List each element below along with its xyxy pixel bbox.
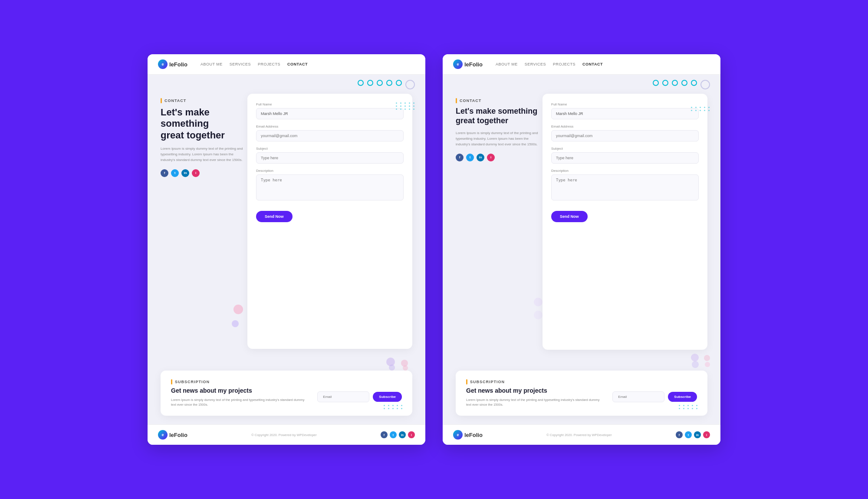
left-nav: e leFolio ABOUT ME SERVICES PROJECTS CON… [148, 54, 425, 75]
sd [392, 408, 394, 409]
right-section-desc: Lorem Ipsum is simply dummy text of the … [456, 131, 542, 147]
rdp [704, 107, 705, 108]
left-subscribe-button[interactable]: Subscribe [373, 392, 402, 402]
right-footer-logo[interactable]: e leFolio [453, 430, 483, 440]
left-subject-input[interactable] [256, 152, 404, 164]
rsd [683, 408, 684, 409]
left-nav-links: ABOUT ME SERVICES PROJECTS CONTACT [201, 62, 308, 66]
left-twitter-icon[interactable]: t [171, 169, 179, 177]
left-nav-services[interactable]: SERVICES [230, 62, 251, 66]
left-sub-label: SUBSCRIPTION [171, 379, 402, 384]
right-footer-tw[interactable]: t [685, 431, 692, 438]
right-sub-right: Subscribe [612, 391, 697, 402]
left-section-desc: Lorem Ipsum is simply dummy text of the … [161, 146, 247, 163]
dp-dot [404, 105, 406, 107]
right-email-subscribe-input[interactable] [612, 391, 664, 402]
rsd [692, 405, 693, 406]
right-dot-large [700, 80, 710, 89]
right-blob-3 [692, 361, 699, 368]
left-sub-label-text: SUBSCRIPTION [175, 380, 210, 384]
left-footer-li[interactable]: in [399, 431, 406, 438]
rdp [700, 110, 701, 111]
left-email-input[interactable] [256, 130, 404, 141]
left-dot-5 [396, 80, 402, 86]
dp-dot [409, 105, 410, 107]
rsd [683, 405, 684, 406]
right-logo-text: leFolio [464, 61, 483, 68]
right-nav-projects[interactable]: PROJECTS [553, 62, 575, 66]
dp-dot [396, 102, 397, 104]
rsd [692, 408, 693, 409]
left-nav-contact[interactable]: CONTACT [287, 62, 308, 66]
right-dots-row [443, 75, 720, 89]
right-footer-ig[interactable]: i [703, 431, 710, 438]
left-footer-socials: f t in i [381, 431, 415, 438]
left-description-label: Description [256, 169, 404, 173]
right-email-label: Email Address [551, 125, 699, 128]
right-subject-input[interactable] [551, 152, 699, 164]
left-dot-4 [386, 80, 392, 86]
left-sub-left: Get news about my projects Lorem Ipsum i… [171, 387, 309, 407]
right-dot-1 [653, 80, 659, 86]
right-email-input[interactable] [551, 130, 699, 141]
right-nav-aboutme[interactable]: ABOUT ME [496, 62, 518, 66]
left-description-textarea[interactable] [256, 174, 404, 200]
left-section-label: CONTACT [161, 98, 247, 103]
right-label-bar [456, 98, 457, 103]
left-dot-large [405, 80, 415, 89]
left-linkedin-icon[interactable]: in [181, 169, 189, 177]
left-description-group: Description [256, 169, 404, 202]
right-send-button[interactable]: Send Now [551, 211, 588, 222]
left-dots-pattern [396, 102, 416, 110]
sd [397, 408, 398, 409]
left-dot-2 [367, 80, 373, 86]
right-footer-li[interactable]: in [694, 431, 701, 438]
left-subject-label: Subject [256, 147, 404, 151]
left-email-group: Email Address [256, 125, 404, 141]
right-sub-heading: Get news about my projects [466, 387, 604, 394]
right-nav-contact[interactable]: CONTACT [582, 62, 603, 66]
left-fullname-input[interactable] [256, 108, 404, 119]
dp-dot [396, 108, 397, 110]
left-sub-heading: Get news about my projects [171, 387, 309, 394]
left-sub-label-bar [171, 379, 172, 384]
left-email-subscribe-input[interactable] [317, 391, 369, 402]
right-nav: e leFolio ABOUT ME SERVICES PROJECTS CON… [443, 54, 720, 75]
left-footer-logo[interactable]: e leFolio [158, 430, 187, 440]
left-facebook-icon[interactable]: f [161, 169, 168, 177]
left-send-button[interactable]: Send Now [256, 211, 293, 222]
right-subscribe-button[interactable]: Subscribe [668, 392, 697, 402]
right-footer-fb[interactable]: f [676, 431, 683, 438]
right-fullname-group: Full Name [551, 102, 699, 119]
right-nav-services[interactable]: SERVICES [525, 62, 546, 66]
left-nav-aboutme[interactable]: ABOUT ME [201, 62, 223, 66]
rdp [695, 110, 697, 111]
left-label-bar [161, 98, 162, 103]
right-sub-dots [679, 405, 699, 409]
left-footer-ig[interactable]: i [408, 431, 415, 438]
right-description-textarea[interactable] [551, 174, 699, 200]
left-footer-fb[interactable]: f [381, 431, 388, 438]
right-footer: e leFolio © Copyright 2020. Powered by W… [443, 424, 720, 445]
right-twitter-icon[interactable]: t [466, 154, 474, 161]
right-sub-left: Get news about my projects Lorem Ipsum i… [466, 387, 604, 407]
right-logo[interactable]: e leFolio [453, 59, 483, 69]
left-logo[interactable]: e leFolio [158, 59, 187, 69]
sd [401, 405, 402, 406]
left-footer-tw[interactable]: t [390, 431, 397, 438]
rdp [708, 110, 710, 111]
left-nav-projects[interactable]: PROJECTS [258, 62, 280, 66]
left-deco-circle-2 [232, 320, 239, 327]
left-instagram-icon[interactable]: i [192, 169, 200, 177]
left-blob-4 [403, 365, 408, 371]
right-blob-2 [704, 355, 710, 361]
right-fullname-input[interactable] [551, 108, 699, 119]
rdp [704, 110, 705, 111]
right-instagram-icon[interactable]: i [487, 154, 495, 161]
right-page-card: e leFolio ABOUT ME SERVICES PROJECTS CON… [443, 54, 720, 445]
left-logo-text: leFolio [169, 61, 187, 68]
right-linkedin-icon[interactable]: in [477, 154, 484, 161]
dp-dot [400, 105, 401, 107]
right-facebook-icon[interactable]: f [456, 154, 464, 161]
right-sub-label-text: SUBSCRIPTION [470, 380, 505, 384]
